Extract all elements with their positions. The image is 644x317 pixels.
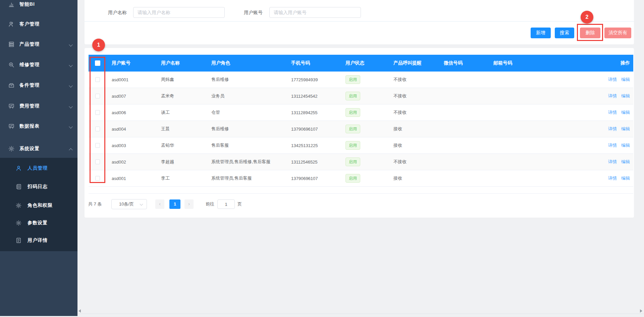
current-page-button[interactable]: 1 — [169, 199, 180, 209]
detail-link[interactable]: 详情 — [608, 126, 617, 131]
table-row: asd001 李工 系统管理员,售后客服 13790696107 启用 接收 详… — [89, 170, 633, 187]
prev-page-button[interactable]: ‹ — [155, 199, 164, 209]
cell-role: 系统管理员,售后客服 — [206, 175, 286, 181]
cell-phone: 17725984939 — [286, 77, 340, 82]
chevron-down-icon — [69, 84, 72, 87]
detail-link[interactable]: 详情 — [608, 110, 617, 115]
header-status: 用户状态 — [340, 60, 388, 66]
row-checkbox[interactable] — [95, 160, 100, 164]
row-checkbox[interactable] — [95, 94, 100, 98]
row-checkbox[interactable] — [95, 127, 100, 131]
sidebar-item-label: 数据报表 — [19, 123, 40, 129]
detail-link[interactable]: 详情 — [608, 159, 617, 164]
cell-account: asd006 — [107, 110, 156, 115]
edit-link[interactable]: 编辑 — [621, 77, 630, 82]
sidebar-item-products[interactable]: 产品管理 — [0, 38, 77, 51]
sidebar-subitem-personnel[interactable]: 人员管理 — [0, 162, 77, 175]
status-badge: 启用 — [345, 125, 360, 133]
cell-role: 业务员 — [206, 93, 286, 99]
cell-notify: 不接收 — [388, 77, 439, 83]
detail-link[interactable]: 详情 — [608, 93, 617, 98]
row-checkbox[interactable] — [95, 77, 100, 82]
roles-icon — [15, 202, 22, 209]
row-checkbox[interactable] — [95, 143, 100, 148]
cell-phone: 13790696107 — [286, 176, 340, 181]
status-badge: 启用 — [345, 174, 360, 183]
username-input[interactable] — [133, 7, 225, 18]
cell-account: asd004 — [107, 127, 156, 132]
scroll-right-icon[interactable] — [640, 309, 642, 313]
sidebar-subitem-scan-log[interactable]: 扫码日志 — [0, 180, 77, 193]
cell-name: 孟铅华 — [156, 142, 206, 148]
table-row: asd006 谈工 仓管 13112894255 启用 不接收 详情编辑 — [89, 104, 633, 121]
next-page-button[interactable]: › — [184, 199, 194, 209]
page-size-select[interactable]: 10条/页 — [111, 199, 147, 209]
expense-icon — [8, 103, 15, 109]
sidebar-item-repair[interactable]: 维修管理 — [0, 58, 77, 72]
status-badge: 启用 — [345, 108, 360, 117]
sidebar-item-expense[interactable]: 费用管理 — [0, 99, 77, 113]
cell-notify: 不接收 — [388, 159, 439, 165]
table-header-row: 用户账号 用户名称 用户角色 手机号码 用户状态 产品呼叫提醒 微信号码 邮箱号… — [89, 55, 633, 72]
edit-link[interactable]: 编辑 — [621, 93, 630, 98]
detail-link[interactable]: 详情 — [608, 143, 617, 148]
sidebar-subitem-label: 人员管理 — [28, 165, 48, 171]
sidebar-item-customers[interactable]: 客户管理 — [0, 17, 77, 31]
edit-link[interactable]: 编辑 — [621, 143, 630, 148]
sidebar-item-label: 系统设置 — [19, 146, 40, 152]
edit-link[interactable]: 编辑 — [621, 126, 630, 131]
cell-account: asd001 — [107, 176, 156, 181]
cell-account: asd003 — [107, 143, 156, 148]
user-detail-icon — [15, 237, 22, 244]
form-divider — [85, 21, 634, 21]
cell-name: 王晨 — [156, 126, 206, 132]
scroll-left-icon[interactable] — [78, 309, 81, 313]
cell-name: 李超越 — [156, 159, 206, 165]
scan-log-icon — [15, 184, 22, 190]
status-badge: 启用 — [345, 157, 360, 166]
sidebar-item-label: 客户管理 — [19, 21, 40, 27]
cell-role: 售后维修 — [206, 126, 286, 132]
select-all-checkbox[interactable] — [95, 60, 100, 66]
cell-notify: 不接收 — [388, 93, 439, 99]
account-input[interactable] — [269, 7, 361, 18]
cell-name: 谈工 — [156, 109, 206, 116]
header-email: 邮箱号码 — [488, 60, 539, 66]
detail-link[interactable]: 详情 — [608, 77, 617, 82]
cell-role: 仓管 — [206, 109, 286, 116]
cell-phone: 13112454542 — [286, 94, 340, 99]
edit-link[interactable]: 编辑 — [621, 110, 630, 115]
cell-notify: 不接收 — [388, 109, 439, 116]
chevron-down-icon — [69, 125, 72, 128]
sidebar-item-reports[interactable]: 数据报表 — [0, 120, 77, 133]
detail-link[interactable]: 详情 — [608, 176, 617, 181]
edit-link[interactable]: 编辑 — [621, 159, 630, 164]
sidebar-item-label: 备件管理 — [19, 82, 40, 88]
filter-card: 用户名称 用户账号 新增 搜索 删除 清空所有 — [85, 0, 634, 44]
users-table: 用户账号 用户名称 用户角色 手机号码 用户状态 产品呼叫提醒 微信号码 邮箱号… — [89, 55, 633, 194]
cell-role: 系统管理员,售后维修,售后客服 — [206, 159, 286, 165]
edit-link[interactable]: 编辑 — [621, 176, 630, 181]
chevron-down-icon — [140, 202, 143, 206]
clear-all-button[interactable]: 清空所有 — [604, 28, 631, 38]
cell-phone: 13112894255 — [286, 110, 340, 115]
table-row: asd002 李超越 系统管理员,售后维修,售后客服 13112546525 启… — [89, 154, 633, 170]
row-checkbox[interactable] — [95, 176, 100, 181]
goto-page-input[interactable] — [217, 199, 235, 209]
table-card: 用户账号 用户名称 用户角色 手机号码 用户状态 产品呼叫提醒 微信号码 邮箱号… — [85, 48, 634, 218]
add-button[interactable]: 新增 — [531, 28, 551, 38]
delete-button[interactable]: 删除 — [580, 28, 600, 38]
sidebar-subitem-label: 参数设置 — [28, 220, 48, 226]
sidebar-subitem-user-detail[interactable]: 用户详情 — [0, 234, 77, 247]
search-button[interactable]: 搜索 — [555, 28, 574, 38]
sidebar-item-bi[interactable]: 智能BI — [0, 0, 77, 11]
sidebar-subitem-params[interactable]: 参数设置 — [0, 216, 77, 230]
cell-notify: 接收 — [388, 126, 439, 132]
cell-phone: 13790696107 — [286, 127, 340, 132]
sidebar-item-spare-parts[interactable]: 备件管理 — [0, 79, 77, 92]
sidebar-subitem-label: 角色和权限 — [28, 202, 53, 209]
table-row: asd003 孟铅华 售后客服 13425131225 启用 接收 详情编辑 — [89, 137, 633, 154]
row-checkbox[interactable] — [95, 110, 100, 115]
sidebar-subitem-roles[interactable]: 角色和权限 — [0, 199, 77, 212]
sidebar-item-settings[interactable]: 系统设置 — [0, 142, 77, 155]
